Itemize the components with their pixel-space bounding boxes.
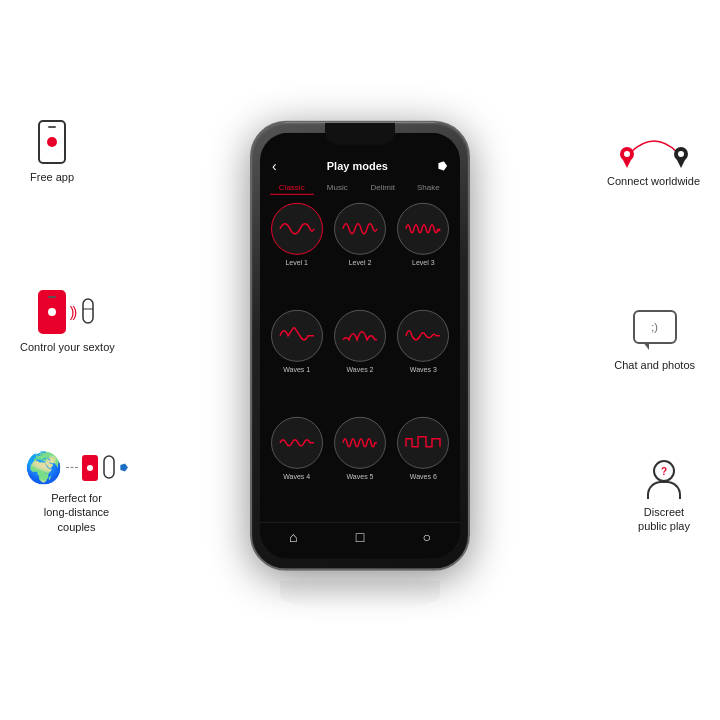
feature-connect: Connect worldwide	[607, 130, 700, 188]
tab-shake[interactable]: Shake	[407, 181, 451, 195]
mode-circle-waves3[interactable]	[397, 310, 449, 362]
mini-phone-icon	[38, 120, 66, 164]
feature-couples: 🌍 ⭓ Perfect forlong-distancecouples	[25, 450, 128, 534]
nav-home-icon[interactable]: ⌂	[289, 529, 297, 545]
svg-point-8	[678, 151, 684, 157]
mode-cell-waves4[interactable]: Waves 4	[268, 417, 325, 518]
mode-label-level1: Level 1	[285, 259, 308, 266]
mode-cell-waves2[interactable]: Waves 2	[331, 310, 388, 411]
tab-classic[interactable]: Classic	[270, 181, 314, 195]
chat-bubble-icon: ;)	[633, 310, 677, 344]
mode-circle-waves2[interactable]	[334, 310, 386, 362]
tab-delimit[interactable]: Delimit	[361, 181, 405, 195]
mode-cell-waves1[interactable]: Waves 1	[268, 310, 325, 411]
phone-screen: ‹ Play modes ⭓ Classic Music Delimit Sha…	[260, 133, 460, 559]
svg-point-5	[624, 151, 630, 157]
modes-grid: Level 1 Level 2	[260, 199, 460, 522]
pin-left-icon	[619, 146, 635, 168]
globe-icon: 🌍	[25, 450, 62, 485]
phone-notch	[325, 123, 395, 145]
toy-icon	[79, 297, 97, 327]
mode-circle-level3[interactable]	[397, 203, 449, 255]
person-body-icon	[647, 481, 681, 499]
mode-circle-level2[interactable]	[334, 203, 386, 255]
screen-nav: ⌂ □ ○	[260, 522, 460, 559]
connect-label: Connect worldwide	[607, 174, 700, 188]
control-label: Control your sextoy	[20, 340, 115, 354]
mode-cell-waves6[interactable]: Waves 6	[395, 417, 452, 518]
chat-label: Chat and photos	[614, 358, 695, 372]
feature-discreet: ? Discreetpublic play	[638, 460, 690, 534]
mode-label-level2: Level 2	[349, 259, 372, 266]
feature-control: )) Control your sextoy	[20, 290, 115, 354]
bluetooth-icon: ⭓	[438, 159, 448, 172]
free-app-label: Free app	[30, 170, 74, 184]
mode-label-waves5: Waves 5	[347, 473, 374, 480]
mode-circle-waves5[interactable]	[334, 417, 386, 469]
app-dot-icon	[47, 137, 57, 147]
mode-circle-level1[interactable]	[271, 203, 323, 255]
bluetooth-small-icon: ⭓	[120, 463, 128, 473]
dashed-connector	[66, 467, 78, 468]
person-head-icon: ?	[653, 460, 675, 482]
nav-user-icon[interactable]: ○	[422, 529, 430, 545]
mode-label-level3: Level 3	[412, 259, 435, 266]
mode-label-waves3: Waves 3	[410, 366, 437, 373]
mode-cell-waves3[interactable]: Waves 3	[395, 310, 452, 411]
couples-label: Perfect forlong-distancecouples	[44, 491, 109, 534]
svg-marker-4	[621, 156, 633, 168]
mode-circle-waves4[interactable]	[271, 417, 323, 469]
red-phone-icon	[82, 455, 98, 481]
vibration-icon: ))	[70, 304, 75, 320]
discreet-label: Discreetpublic play	[638, 505, 690, 534]
control-phone-icon	[38, 290, 66, 334]
mode-label-waves1: Waves 1	[283, 366, 310, 373]
mode-cell-level3[interactable]: Level 3	[395, 203, 452, 304]
mode-label-waves2: Waves 2	[347, 366, 374, 373]
phone-body: ‹ Play modes ⭓ Classic Music Delimit Sha…	[250, 121, 470, 571]
svg-rect-2	[104, 456, 114, 478]
mode-cell-level1[interactable]: Level 1	[268, 203, 325, 304]
tabs-bar: Classic Music Delimit Shake	[260, 179, 460, 199]
phone-reflection	[280, 581, 440, 611]
mode-label-waves4: Waves 4	[283, 473, 310, 480]
mode-label-waves6: Waves 6	[410, 473, 437, 480]
svg-marker-7	[675, 156, 687, 168]
nav-message-icon[interactable]: □	[356, 529, 364, 545]
screen-title: Play modes	[277, 160, 438, 172]
tab-music[interactable]: Music	[316, 181, 360, 195]
mode-cell-level2[interactable]: Level 2	[331, 203, 388, 304]
svg-rect-0	[83, 299, 93, 323]
person-icon: ?	[647, 460, 681, 499]
feature-chat: ;) Chat and photos	[614, 310, 695, 372]
mode-circle-waves6[interactable]	[397, 417, 449, 469]
mode-cell-waves5[interactable]: Waves 5	[331, 417, 388, 518]
toy-small-icon	[102, 455, 116, 481]
pin-right-icon	[673, 146, 689, 168]
mode-circle-waves1[interactable]	[271, 310, 323, 362]
smiley-icon: ;)	[651, 321, 658, 333]
feature-free-app: Free app	[30, 120, 74, 184]
